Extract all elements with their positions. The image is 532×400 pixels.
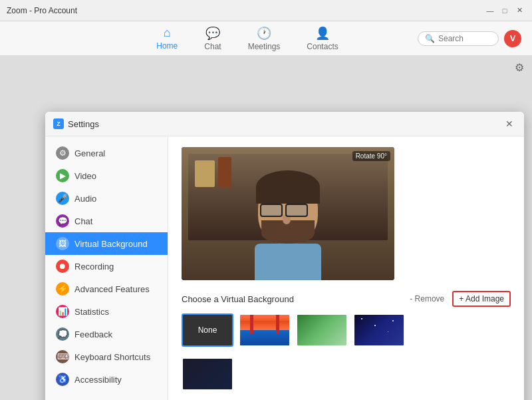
sidebar-label-video: Video	[74, 171, 96, 181]
vbg-actions: - Remove + Add Image	[410, 291, 511, 307]
sidebar-label-feedback: Feedback	[74, 329, 112, 339]
thumbnail-area: None	[182, 313, 511, 391]
sidebar-label-general: General	[74, 148, 105, 158]
accessibility-icon: ♿	[56, 373, 69, 386]
sidebar-item-advanced[interactable]: ⚡ Advanced Features	[45, 278, 168, 300]
feedback-icon: 💭	[56, 327, 69, 341]
meetings-icon: 🕐	[257, 26, 271, 41]
thumbnails: None	[182, 313, 511, 347]
maximize-button[interactable]: □	[499, 5, 511, 17]
settings-title-row: Z Settings	[53, 118, 99, 129]
gear-icon[interactable]: ⚙	[515, 61, 524, 74]
close-button[interactable]: ✕	[513, 5, 525, 17]
sidebar-item-audio[interactable]: 🎤 Audio	[45, 187, 168, 210]
chat-icon-sidebar: 💬	[56, 214, 69, 228]
sidebar-item-keyboard[interactable]: ⌨ Keyboard Shortcuts	[45, 345, 168, 368]
tab-chat[interactable]: 💬 Chat	[199, 23, 226, 54]
advanced-icon: ⚡	[56, 282, 69, 296]
contacts-icon: 👤	[315, 26, 330, 41]
sidebar-label-advanced: Advanced Features	[74, 284, 150, 294]
sidebar-label-audio: Audio	[74, 194, 96, 204]
avatar: V	[504, 30, 521, 47]
sidebar-item-feedback[interactable]: 💭 Feedback	[45, 323, 168, 345]
audio-icon: 🎤	[56, 192, 69, 205]
sidebar-item-accessibility[interactable]: ♿ Accessibility	[45, 368, 168, 391]
main-content: ⚙ Z Settings ✕ ⚙ General	[0, 56, 532, 400]
tab-contacts[interactable]: 👤 Contacts	[301, 23, 343, 54]
thumb-bridge[interactable]	[239, 313, 291, 347]
tab-home[interactable]: ⌂ Home	[151, 23, 183, 54]
sidebar-item-recording[interactable]: ⏺ Recording	[45, 255, 168, 278]
settings-title: Settings	[68, 119, 99, 129]
vbg-icon: 🖼	[56, 237, 69, 250]
sidebar-item-general[interactable]: ⚙ General	[45, 142, 168, 164]
nav-right: 🔍 V	[418, 30, 521, 47]
sidebar-label-statistics: Statistics	[74, 307, 109, 317]
title-bar-controls[interactable]: — □ ✕	[484, 5, 525, 17]
sidebar-item-video[interactable]: ▶ Video	[45, 164, 168, 187]
home-icon: ⌂	[164, 26, 171, 40]
choose-bg-label: Choose a Virtual Background	[182, 294, 294, 304]
app-title: Zoom - Pro Account	[7, 6, 77, 15]
thumb-green[interactable]	[296, 313, 348, 347]
sidebar-label-chat: Chat	[74, 216, 92, 226]
keyboard-icon: ⌨	[56, 350, 69, 363]
general-icon: ⚙	[56, 146, 69, 160]
settings-header: Z Settings ✕	[45, 112, 524, 136]
nav-tabs: ⌂ Home 💬 Chat 🕐 Meetings 👤 Contacts	[151, 23, 343, 54]
add-image-button[interactable]: + Add Image	[452, 291, 511, 307]
tab-home-label: Home	[156, 41, 178, 51]
sidebar-item-statistics[interactable]: 📊 Statistics	[45, 300, 168, 323]
chat-icon: 💬	[205, 26, 220, 41]
tab-chat-label: Chat	[204, 42, 221, 51]
thumb-space[interactable]	[353, 313, 405, 347]
tab-meetings-label: Meetings	[248, 42, 281, 51]
recording-icon: ⏺	[56, 260, 69, 273]
thumb-none[interactable]: None	[182, 313, 233, 347]
settings-content: Rotate 90° Choose a Virtual Background -…	[168, 136, 524, 400]
settings-close-button[interactable]: ✕	[503, 117, 516, 130]
thumb-none-label: None	[198, 325, 217, 335]
tab-meetings[interactable]: 🕐 Meetings	[243, 23, 286, 54]
title-bar: Zoom - Pro Account — □ ✕	[0, 0, 532, 21]
sidebar-label-keyboard: Keyboard Shortcuts	[74, 352, 150, 362]
search-bar[interactable]: 🔍	[418, 31, 499, 46]
sidebar-item-virtual-background[interactable]: 🖼 Virtual Background	[45, 232, 168, 255]
settings-sidebar: ⚙ General ▶ Video 🎤 Audio 💬 Chat	[45, 136, 168, 400]
rotate-button[interactable]: Rotate 90°	[352, 151, 390, 161]
virtual-background-row: Choose a Virtual Background - Remove + A…	[182, 291, 511, 307]
minimize-button[interactable]: —	[484, 5, 496, 17]
sidebar-label-accessibility: Accessibility	[74, 375, 122, 385]
zoom-logo: Z	[53, 118, 64, 129]
sidebar-label-vbg: Virtual Background	[74, 239, 148, 249]
nav-bar: ⌂ Home 💬 Chat 🕐 Meetings 👤 Contacts 🔍 V	[0, 21, 532, 56]
sidebar-item-chat[interactable]: 💬 Chat	[45, 210, 168, 232]
sidebar-label-recording: Recording	[74, 262, 114, 272]
tab-contacts-label: Contacts	[307, 42, 338, 51]
settings-modal: Z Settings ✕ ⚙ General ▶ Video	[45, 112, 524, 400]
thumbnails-row2	[182, 357, 511, 391]
title-bar-left: Zoom - Pro Account	[7, 6, 77, 15]
video-icon: ▶	[56, 169, 69, 182]
thumb-dark[interactable]	[182, 357, 233, 391]
camera-preview: Rotate 90°	[182, 147, 394, 280]
search-icon: 🔍	[425, 34, 435, 43]
search-input[interactable]	[438, 34, 491, 43]
statistics-icon: 📊	[56, 305, 69, 318]
remove-button[interactable]: - Remove	[410, 294, 444, 303]
person-silhouette	[248, 167, 328, 280]
settings-body: ⚙ General ▶ Video 🎤 Audio 💬 Chat	[45, 136, 524, 400]
